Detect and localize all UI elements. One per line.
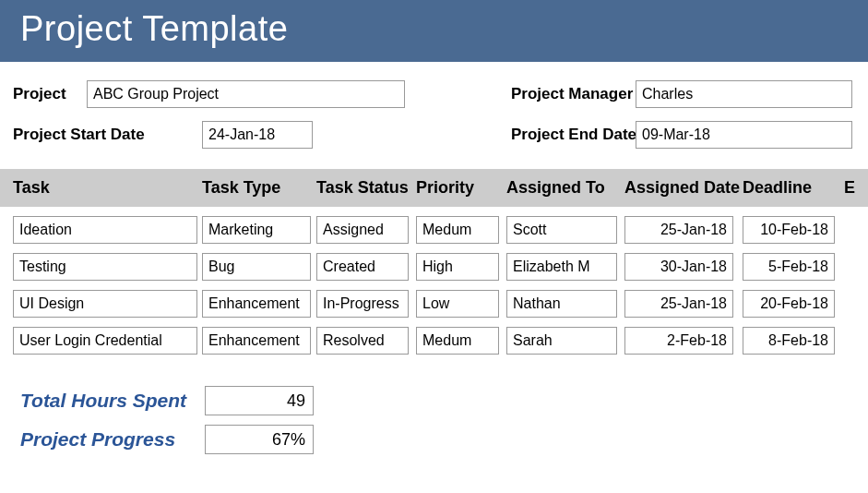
cell-task[interactable]: Testing	[13, 253, 197, 281]
cell-deadline[interactable]: 20-Feb-18	[743, 290, 835, 318]
cell-assigned[interactable]: Elizabeth M	[506, 253, 617, 281]
table-row: UI Design Enhancement In-Progress Low Na…	[13, 290, 868, 318]
cell-status[interactable]: In-Progress	[316, 290, 409, 318]
start-date-input[interactable]	[202, 121, 313, 149]
task-table: Task Task Type Task Status Priority Assi…	[0, 169, 868, 355]
project-progress-row: Project Progress 67%	[20, 425, 855, 454]
col-header-task: Task	[13, 178, 202, 198]
col-header-extra: E	[844, 178, 862, 198]
cell-task[interactable]: User Login Credential	[13, 327, 197, 355]
page-title: Project Template	[20, 9, 848, 49]
table-row: Testing Bug Created High Elizabeth M 30-…	[13, 253, 868, 281]
cell-status[interactable]: Created	[316, 253, 409, 281]
dates-row: Project Start Date Project End Date	[13, 121, 855, 149]
cell-type[interactable]: Marketing	[202, 216, 311, 244]
cell-adate[interactable]: 25-Jan-18	[624, 216, 733, 244]
manager-label: Project Manager	[511, 85, 636, 103]
cell-deadline[interactable]: 10-Feb-18	[743, 216, 835, 244]
cell-priority[interactable]: Medum	[416, 327, 499, 355]
start-date-label: Project Start Date	[13, 126, 202, 144]
cell-assigned[interactable]: Nathan	[506, 290, 617, 318]
total-hours-label: Total Hours Spent	[20, 390, 205, 412]
cell-adate[interactable]: 2-Feb-18	[624, 327, 733, 355]
table-row: User Login Credential Enhancement Resolv…	[13, 327, 868, 355]
cell-assigned[interactable]: Sarah	[506, 327, 617, 355]
project-label: Project	[13, 85, 87, 103]
project-progress-value[interactable]: 67%	[205, 425, 314, 454]
cell-type[interactable]: Bug	[202, 253, 311, 281]
manager-input[interactable]	[636, 80, 852, 108]
total-hours-value[interactable]: 49	[205, 386, 314, 415]
cell-adate[interactable]: 25-Jan-18	[624, 290, 733, 318]
col-header-priority: Priority	[416, 178, 506, 198]
cell-priority[interactable]: Medum	[416, 216, 499, 244]
cell-type[interactable]: Enhancement	[202, 290, 311, 318]
summary-section: Total Hours Spent 49 Project Progress 67…	[0, 364, 868, 454]
col-header-status: Task Status	[316, 178, 416, 198]
end-date-input[interactable]	[636, 121, 852, 149]
cell-task[interactable]: UI Design	[13, 290, 197, 318]
cell-deadline[interactable]: 5-Feb-18	[743, 253, 835, 281]
total-hours-row: Total Hours Spent 49	[20, 386, 855, 415]
cell-priority[interactable]: Low	[416, 290, 499, 318]
project-progress-label: Project Progress	[20, 428, 205, 451]
table-header-row: Task Task Type Task Status Priority Assi…	[0, 169, 868, 207]
cell-type[interactable]: Enhancement	[202, 327, 311, 355]
project-meta-section: Project Project Manager Project Start Da…	[0, 62, 868, 169]
cell-adate[interactable]: 30-Jan-18	[624, 253, 733, 281]
table-body: Ideation Marketing Assigned Medum Scott …	[0, 207, 868, 355]
table-row: Ideation Marketing Assigned Medum Scott …	[13, 216, 868, 244]
col-header-type: Task Type	[202, 178, 316, 198]
cell-status[interactable]: Resolved	[316, 327, 409, 355]
title-bar: Project Template	[0, 0, 868, 62]
col-header-assigned: Assigned To	[506, 178, 624, 198]
cell-deadline[interactable]: 8-Feb-18	[743, 327, 835, 355]
col-header-adate: Assigned Date	[624, 178, 743, 198]
project-input[interactable]	[87, 80, 405, 108]
cell-task[interactable]: Ideation	[13, 216, 197, 244]
col-header-deadline: Deadline	[743, 178, 844, 198]
cell-assigned[interactable]: Scott	[506, 216, 617, 244]
cell-priority[interactable]: High	[416, 253, 499, 281]
project-row: Project Project Manager	[13, 80, 855, 108]
cell-status[interactable]: Assigned	[316, 216, 409, 244]
end-date-label: Project End Date	[511, 126, 636, 144]
